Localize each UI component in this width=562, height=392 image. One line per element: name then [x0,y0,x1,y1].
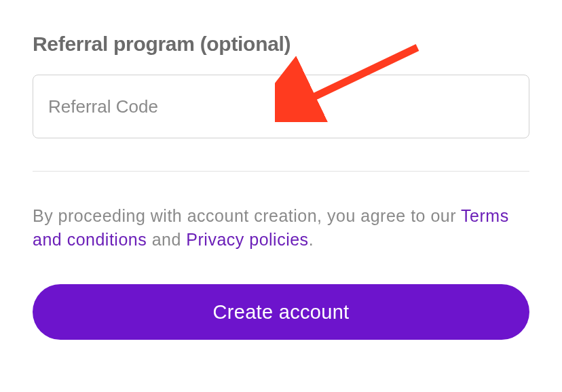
referral-section-title: Referral program (optional) [33,33,529,56]
agreement-prefix: By proceeding with account creation, you… [33,206,461,225]
referral-code-input[interactable] [33,75,529,138]
agreement-text: By proceeding with account creation, you… [33,204,529,252]
privacy-policies-link[interactable]: Privacy policies [186,230,308,249]
referral-code-input-wrapper [33,75,529,138]
create-account-button[interactable]: Create account [33,284,529,340]
section-divider [33,171,529,172]
agreement-middle: and [147,230,186,249]
agreement-suffix: . [309,230,314,249]
